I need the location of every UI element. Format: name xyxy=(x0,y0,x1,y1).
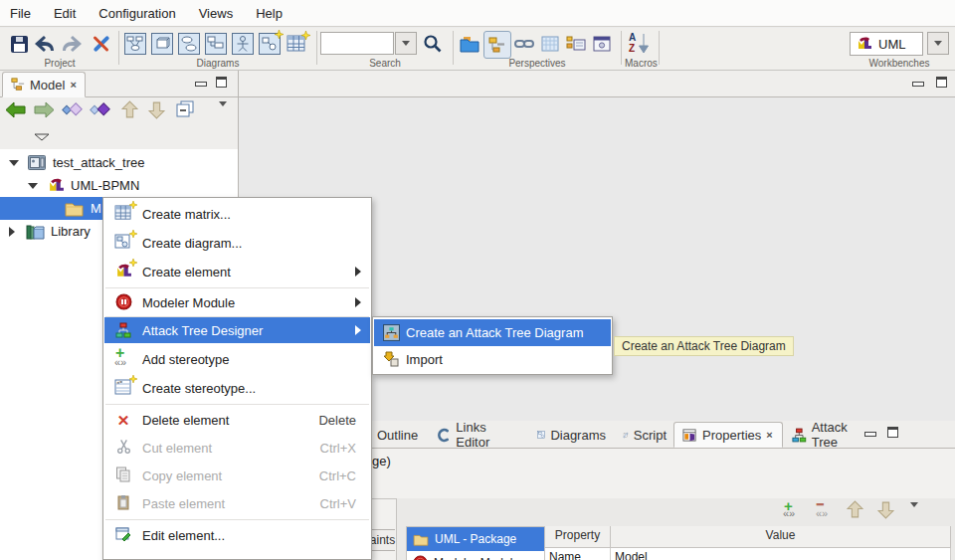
maximize-button[interactable] xyxy=(936,77,947,88)
maximize-button[interactable] xyxy=(887,427,898,438)
menu-item-modeler-module[interactable]: Modeler Module xyxy=(104,288,370,316)
view-menu-button[interactable] xyxy=(219,106,227,121)
menu-item-delete-element[interactable]: ✕ Delete element Delete xyxy=(104,406,370,434)
macros-button[interactable]: A Z xyxy=(626,31,652,57)
menu-item-label: Create element xyxy=(142,265,231,280)
next-selection-button[interactable] xyxy=(90,101,111,121)
menu-item-create-diagram[interactable]: Create diagram... xyxy=(104,229,370,257)
expand-toggle-icon[interactable] xyxy=(9,160,19,166)
project-perspective-button[interactable] xyxy=(457,31,482,57)
collapse-all-button[interactable] xyxy=(176,100,195,120)
add-stereotype-button[interactable]: + «» xyxy=(781,501,803,521)
menu-help[interactable]: Help xyxy=(256,6,295,21)
workbench-combo[interactable]: UML xyxy=(850,32,923,56)
minimize-button[interactable] xyxy=(863,429,876,439)
menu-views[interactable]: Views xyxy=(199,6,246,21)
new-star-icon xyxy=(275,30,284,39)
tab-diagrams[interactable]: Diagrams xyxy=(529,422,614,448)
undo-button[interactable] xyxy=(32,31,58,57)
navigate-back-button[interactable] xyxy=(5,101,26,121)
add-stereotype-icon: + «» xyxy=(113,347,133,371)
model-perspective-button[interactable] xyxy=(483,31,511,59)
chevron-expander-icon[interactable] xyxy=(34,133,50,141)
search-button[interactable] xyxy=(420,31,446,57)
property-cell-name: Name xyxy=(545,548,611,560)
menu-item-cut-element[interactable]: Cut element Ctrl+X xyxy=(104,434,370,462)
grid-perspective-button[interactable] xyxy=(537,31,563,57)
menu-item-attack-tree-designer[interactable]: Attack Tree Designer xyxy=(104,317,370,343)
use-case-diagram-button[interactable] xyxy=(176,31,202,57)
configure-tools-button[interactable] xyxy=(88,31,113,57)
menu-item-add-stereotype[interactable]: + «» Add stereotype xyxy=(104,345,370,373)
search-dropdown-button[interactable] xyxy=(395,32,417,55)
menu-item-copy-element[interactable]: Copy element Ctrl+C xyxy=(104,462,370,489)
submenu-item-import[interactable]: Import xyxy=(374,346,611,373)
library-icon xyxy=(26,224,45,240)
actor-diagram-button[interactable] xyxy=(230,31,256,57)
workbench-dropdown-button[interactable] xyxy=(927,32,949,55)
menu-configuration[interactable]: Configuration xyxy=(98,6,188,21)
menu-separator xyxy=(105,519,369,520)
links-perspective-button[interactable] xyxy=(511,31,537,57)
tab-model[interactable]: Model × xyxy=(2,72,86,97)
close-icon[interactable]: × xyxy=(766,429,772,441)
create-diagram-button[interactable] xyxy=(257,31,283,57)
window-perspective-button[interactable] xyxy=(589,31,615,57)
minimize-button[interactable] xyxy=(194,79,207,89)
actor-icon xyxy=(232,33,254,55)
class-diagram-button[interactable] xyxy=(122,31,148,57)
expand-toggle-icon[interactable] xyxy=(9,227,15,237)
maximize-button[interactable] xyxy=(216,77,227,88)
previous-selection-button[interactable] xyxy=(62,101,84,121)
move-stereotype-down-button[interactable] xyxy=(876,500,895,522)
list-item-uml-package[interactable]: UML - Package xyxy=(407,527,544,551)
move-down-button[interactable] xyxy=(147,100,166,122)
tab-properties[interactable]: Properties × xyxy=(673,422,783,448)
model-tree-icon xyxy=(11,78,25,92)
move-stereotype-up-button[interactable] xyxy=(846,500,864,522)
toolbar-separator xyxy=(621,31,622,65)
tab-links-editor[interactable]: Links Editor xyxy=(429,422,528,448)
search-input[interactable] xyxy=(320,32,394,55)
deployment-diagram-icon xyxy=(151,33,173,55)
tree-item-uml-bpmn[interactable]: UML-BPMN xyxy=(0,174,239,197)
create-matrix-button[interactable] xyxy=(284,31,309,57)
menu-separator xyxy=(105,404,369,405)
menu-item-label: Edit element... xyxy=(142,528,225,543)
close-icon[interactable]: × xyxy=(70,79,76,91)
submenu-item-create-attack-tree-diagram[interactable]: Create an Attack Tree Diagram xyxy=(374,319,611,346)
tooltip: Create an Attack Tree Diagram xyxy=(614,336,794,356)
redo-button[interactable] xyxy=(59,31,85,57)
toolbar-group-label-search: Search xyxy=(320,58,450,69)
save-button[interactable] xyxy=(6,31,32,57)
remove-stereotype-button[interactable]: ━ «» xyxy=(814,501,836,521)
menu-item-edit-element[interactable]: Edit element... xyxy=(104,521,370,549)
menu-item-paste-element[interactable]: Paste element Ctrl+V xyxy=(104,489,370,517)
list-item-label: Modeler Module xyxy=(434,556,519,560)
value-cell-name[interactable]: Model xyxy=(611,548,951,560)
tab-script[interactable]: Script xyxy=(615,422,674,448)
minimize-button[interactable] xyxy=(911,79,924,89)
toolbar-group-diagrams: Diagrams xyxy=(122,28,313,70)
menu-item-create-matrix[interactable]: Create matrix... xyxy=(104,200,370,228)
list-item-modeler-module[interactable]: Modeler Module xyxy=(407,551,544,560)
side-tab-constraints[interactable]: aints xyxy=(369,529,395,551)
stereotype-menu-button[interactable] xyxy=(910,507,918,522)
tree-item-project[interactable]: test_attack_tree xyxy=(0,151,239,174)
deployment-diagram-button[interactable] xyxy=(149,31,175,57)
tree-item-label: UML-BPMN xyxy=(71,178,139,193)
move-up-button[interactable] xyxy=(120,100,139,122)
cut-icon xyxy=(113,439,133,458)
model-panel-filter-row xyxy=(0,126,238,148)
menu-item-create-stereotype[interactable]: «= Create stereotype... xyxy=(104,374,370,402)
navigate-forward-button[interactable] xyxy=(34,101,55,121)
form-perspective-button[interactable] xyxy=(563,31,589,57)
sort-az-icon: A Z xyxy=(628,33,650,55)
menu-item-create-element[interactable]: Create element xyxy=(104,258,370,285)
expand-toggle-icon[interactable] xyxy=(28,183,38,189)
composite-diagram-button[interactable] xyxy=(203,31,229,57)
menu-item-label: Cut element xyxy=(142,441,212,456)
menu-edit[interactable]: Edit xyxy=(54,6,89,21)
toolbar-group-label-perspectives: Perspectives xyxy=(457,58,618,69)
menu-file[interactable]: File xyxy=(10,6,44,21)
